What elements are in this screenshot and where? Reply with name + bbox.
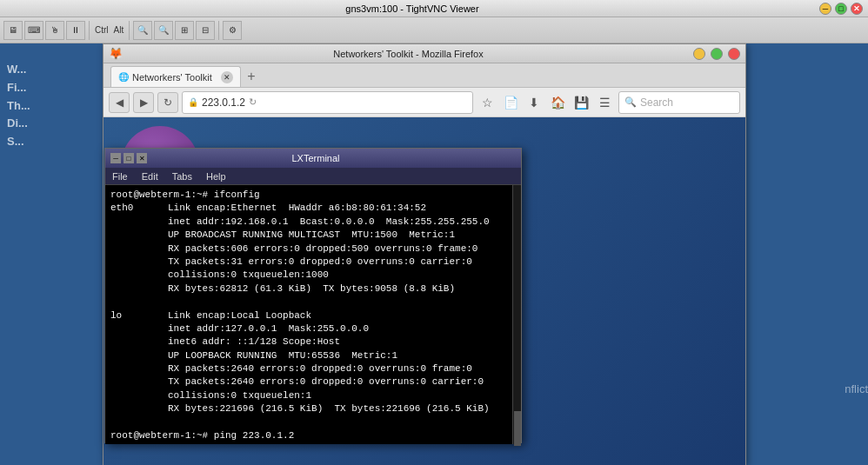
terminal-window-controls: ─ □ ✕ [110,153,147,163]
pocket-icon[interactable]: 💾 [571,92,591,113]
search-bar[interactable]: 🔍 Search [618,91,740,114]
terminal-minimize-button[interactable]: ─ [110,153,121,163]
terminal-line-5: TX packets:31 errors:0 dropped:0 overrun… [110,256,516,269]
vnc-tool-zoom-reset[interactable]: ⊟ [196,21,215,40]
terminal-titlebar: ─ □ ✕ LXTerminal [105,149,521,168]
tab-close-button[interactable]: ✕ [221,71,233,83]
terminal-scrollbar-thumb[interactable] [514,411,521,446]
bg-line2: Fi... [7,79,30,97]
terminal-line-15: collisions:0 txqueuelen:1 [110,389,516,402]
lxterminal-window: ─ □ ✕ LXTerminal File Edit Tabs Help roo… [104,148,522,443]
terminal-title: LXTerminal [147,153,484,163]
terminal-menu-file[interactable]: File [109,171,131,182]
vnc-title: gns3vm:100 - TightVNC Viewer [5,3,819,14]
terminal-menu-edit[interactable]: Edit [138,171,162,182]
bg-line5: S... [7,133,30,151]
vnc-tool-screen[interactable]: 🖥 [3,21,23,40]
vnc-titlebar: gns3vm:100 - TightVNC Viewer ─ □ ✕ [0,0,868,17]
terminal-line-10: inet addr:127.0.0.1 Mask:255.0.0.0 [110,322,516,335]
vnc-tool-alt[interactable]: Alt [112,25,126,35]
back-button[interactable]: ◀ [109,92,130,113]
terminal-menubar: File Edit Tabs Help [105,168,521,185]
url-reload-icon[interactable]: ↻ [249,96,257,108]
vnc-tool-zoom-fit[interactable]: ⊞ [175,21,194,40]
reload-button[interactable]: ↻ [157,92,178,113]
background-text: W... Fi... Th... Di... S... [7,61,30,151]
terminal-line-17 [110,416,516,429]
terminal-line-19: PING 223.0.1.2 (223.0.1.2) 56(84) bytes … [110,442,516,444]
bg-line4: Di... [7,115,30,133]
terminal-line-2: inet addr:192.168.0.1 Bcast:0.0.0.0 Mask… [110,216,516,229]
vnc-minimize-button[interactable]: ─ [819,3,831,15]
firefox-minimize-button[interactable] [693,48,705,60]
new-tab-button[interactable]: + [241,66,262,87]
bookmark-star-icon[interactable]: ☆ [477,92,497,113]
terminal-line-16: RX bytes:221696 (216.5 KiB) TX bytes:221… [110,402,516,415]
firefox-window-controls [691,48,740,60]
download-icon[interactable]: ⬇ [524,92,544,113]
terminal-line-6: collisions:0 txqueuelen:1000 [110,269,516,282]
firefox-close-button[interactable] [728,48,740,60]
url-text: 223.0.1.2 [202,96,245,109]
vnc-tool-zoom-out[interactable]: 🔍 [154,21,173,40]
terminal-menu-help[interactable]: Help [203,171,230,182]
terminal-line-18: root@webterm-1:~# ping 223.0.1.2 [110,429,516,442]
terminal-line-8 [110,296,516,309]
background-side-text: nflict [845,382,868,395]
bg-line3: Th... [7,97,30,116]
terminal-line-7: RX bytes:62812 (61.3 KiB) TX bytes:9058 … [110,282,516,296]
terminal-menu-tabs[interactable]: Tabs [169,171,196,182]
bg-line1: W... [7,61,30,79]
firefox-tabs-bar: 🌐 Networkers' Toolkit ✕ + [103,63,745,88]
terminal-line-3: UP BROADCAST RUNNING MULTICAST MTU:1500 … [110,229,516,242]
firefox-title: Networkers' Toolkit - Mozilla Firefox [126,49,691,59]
vnc-window-controls: ─ □ ✕ [819,3,863,15]
home-icon[interactable]: 🏠 [547,92,568,113]
firefox-logo-icon: 🦊 [109,47,123,60]
vnc-content: W... Fi... Th... Di... S... nflict 🦊 Net… [0,43,868,465]
vnc-tool-mouse[interactable]: 🖱 [45,21,64,40]
terminal-close-button[interactable]: ✕ [137,153,147,163]
vnc-tool-ctrl[interactable]: Ctrl [93,25,110,35]
firefox-titlebar: 🦊 Networkers' Toolkit - Mozilla Firefox [103,44,745,63]
firefox-active-tab[interactable]: 🌐 Networkers' Toolkit ✕ [110,66,241,87]
url-bar[interactable]: 🔒 223.0.1.2 ↻ [182,91,473,114]
vnc-tool-pause[interactable]: ⏸ [66,21,85,40]
url-lock-icon: 🔒 [188,97,198,107]
terminal-line-11: inet6 addr: ::1/128 Scope:Host [110,335,516,349]
firefox-navbar: ◀ ▶ ↻ 🔒 223.0.1.2 ↻ ☆ 📄 ⬇ 🏠 💾 ☰ 🔍 Search [103,88,745,117]
vnc-close-button[interactable]: ✕ [851,3,863,15]
tab-label: Networkers' Toolkit [132,72,212,83]
terminal-line-12: UP LOOPBACK RUNNING MTU:65536 Metric:1 [110,349,516,362]
vnc-tool-kb[interactable]: ⌨ [24,21,43,40]
vnc-toolbar-sep3 [218,21,219,40]
terminal-line-13: RX packets:2640 errors:0 dropped:0 overr… [110,362,516,375]
vnc-maximize-button[interactable]: □ [835,3,847,15]
firefox-toolbar-icons: ☆ 📄 ⬇ 🏠 💾 ☰ [477,92,615,113]
terminal-line-1: eth0 Link encap:Ethernet HWaddr a6:b8:80… [110,202,516,215]
page-actions-icon[interactable]: 📄 [500,92,521,113]
terminal-line-9: lo Link encap:Local Loopback [110,309,516,322]
vnc-tool-zoom-in[interactable]: 🔍 [133,21,152,40]
vnc-tool-options[interactable]: ⚙ [223,21,242,40]
search-icon: 🔍 [624,96,637,108]
terminal-line-14: TX packets:2640 errors:0 dropped:0 overr… [110,375,516,389]
firefox-maximize-button[interactable] [711,48,723,60]
search-placeholder: Search [640,96,673,109]
vnc-toolbar: 🖥 ⌨ 🖱 ⏸ Ctrl Alt 🔍 🔍 ⊞ ⊟ ⚙ [0,17,868,43]
vnc-toolbar-sep2 [129,21,130,40]
tab-favicon: 🌐 [118,72,129,82]
vnc-toolbar-sep1 [89,21,90,40]
terminal-line-0: root@webterm-1:~# ifconfig [110,189,516,202]
terminal-maximize-button[interactable]: □ [124,153,134,163]
terminal-line-4: RX packets:606 errors:0 dropped:509 over… [110,242,516,256]
firefox-title-left: 🦊 [109,47,126,60]
terminal-output[interactable]: root@webterm-1:~# ifconfig eth0 Link enc… [105,185,521,444]
menu-icon[interactable]: ☰ [594,92,615,113]
terminal-scrollbar[interactable] [512,185,521,444]
forward-button[interactable]: ▶ [133,92,154,113]
